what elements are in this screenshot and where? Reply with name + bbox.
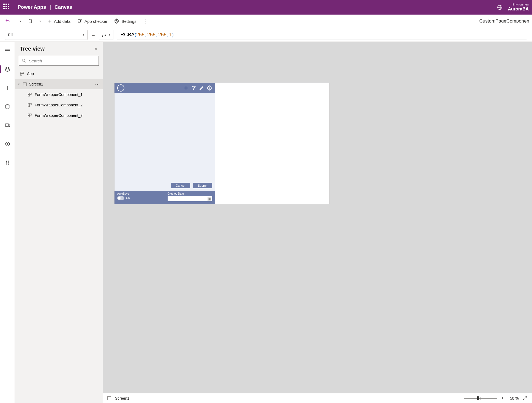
svg-rect-22	[20, 72, 22, 73]
zoom-in-button[interactable]: +	[501, 395, 504, 401]
undo-button[interactable]	[3, 17, 13, 26]
toggle-switch-icon	[117, 196, 124, 200]
app-file-name: CustomPageComponen	[479, 18, 529, 24]
tree-node-screen1[interactable]: ▾ Screen1 ⋯	[15, 79, 103, 89]
svg-rect-24	[20, 74, 22, 75]
environment-name: AuroraBA	[508, 6, 529, 12]
calendar-icon: ▦	[208, 197, 211, 201]
svg-rect-33	[28, 116, 29, 117]
equals-icon: =	[91, 31, 95, 38]
waffle-icon[interactable]	[3, 4, 11, 11]
left-rail	[0, 42, 15, 403]
svg-rect-31	[28, 114, 29, 115]
status-screen-name: Screen1	[115, 396, 129, 401]
form-component[interactable]: ←	[114, 83, 215, 204]
tree-search-box[interactable]	[19, 56, 99, 66]
add-data-button[interactable]: Add data	[45, 17, 73, 25]
svg-line-21	[24, 61, 26, 62]
zoom-out-button[interactable]: −	[457, 395, 460, 401]
settings-label: Settings	[121, 19, 136, 24]
svg-rect-30	[28, 105, 29, 107]
component-icon	[28, 113, 32, 118]
gear-icon[interactable]	[207, 85, 212, 91]
tree-node-component-2[interactable]: FormWrapperComponent_2	[15, 100, 103, 110]
environment-info[interactable]: Environmen AuroraBA	[508, 2, 529, 12]
property-name: Fill	[8, 32, 13, 37]
svg-point-20	[22, 59, 25, 62]
expand-icon[interactable]: ▾	[17, 82, 21, 86]
app-checker-button[interactable]: App checker	[75, 17, 110, 26]
svg-point-8	[116, 21, 118, 22]
add-data-label: Add data	[54, 19, 70, 24]
main-area: Tree view ✕ App ▾ Screen1 ⋯	[0, 42, 532, 403]
formula-input[interactable]: RGBA(255, 255, 255, 1)	[117, 30, 527, 40]
fullscreen-button[interactable]	[523, 396, 528, 401]
autosave-state-label: On	[126, 197, 130, 200]
svg-rect-27	[28, 95, 29, 96]
title-separator: |	[50, 4, 51, 10]
canvas-viewport[interactable]: ←	[103, 42, 532, 393]
rail-powerautomate[interactable]	[0, 139, 15, 150]
svg-rect-29	[30, 103, 31, 105]
fx-dropdown[interactable]: ƒx▾	[99, 30, 113, 40]
tree-child-label: FormWrapperComponent_2	[35, 103, 83, 107]
svg-point-14	[6, 105, 9, 106]
paste-dropdown[interactable]: ▾	[37, 18, 43, 25]
rail-insert[interactable]	[0, 82, 15, 93]
svg-rect-15	[5, 124, 9, 126]
tree-node-component-1[interactable]: FormWrapperComponent_1	[15, 89, 103, 100]
screen-icon	[23, 82, 27, 86]
autosave-label: AutoSave	[117, 192, 162, 195]
cancel-button[interactable]: Cancel	[171, 183, 190, 188]
svg-rect-23	[22, 72, 24, 73]
tree-search-input[interactable]	[29, 59, 96, 63]
tree-child-label: FormWrapperComponent_3	[35, 113, 83, 118]
rail-media[interactable]	[0, 120, 15, 131]
environment-icon[interactable]	[497, 4, 503, 10]
submit-button[interactable]: Submit	[193, 183, 212, 188]
app-title: Power Apps | Canvas	[18, 4, 72, 10]
command-bar: ▾ ▾ Add data App checker Settings ⋮ Cust…	[0, 15, 532, 28]
formula-function: RGBA	[121, 32, 135, 38]
property-selector[interactable]: Fill ▾	[5, 30, 88, 40]
app-icon	[20, 71, 25, 76]
svg-point-17	[6, 161, 7, 162]
formula-bar: Fill ▾ = ƒx▾ RGBA(255, 255, 255, 1)	[0, 28, 532, 42]
tree-node-app[interactable]: App	[15, 68, 103, 79]
close-panel-button[interactable]: ✕	[94, 46, 98, 51]
add-icon[interactable]	[184, 85, 189, 90]
canvas-screen[interactable]: ←	[114, 83, 329, 204]
svg-rect-26	[30, 93, 31, 94]
component-icon	[28, 92, 32, 97]
back-icon[interactable]: ←	[117, 84, 124, 92]
tree-view-title: Tree view	[20, 46, 45, 52]
form-body[interactable]: Cancel Submit	[114, 93, 215, 191]
created-date-input[interactable]: ▦	[168, 196, 212, 201]
svg-rect-28	[28, 103, 29, 105]
app-header: Power Apps | Canvas Environmen AuroraBA	[0, 0, 532, 15]
screen-icon	[107, 396, 111, 400]
app-checker-label: App checker	[84, 19, 107, 24]
filter-icon[interactable]	[191, 85, 196, 90]
rail-advanced[interactable]	[0, 157, 15, 168]
autosave-toggle[interactable]: On	[117, 196, 162, 200]
undo-dropdown[interactable]: ▾	[17, 18, 23, 25]
form-footer: AutoSave On Created Date ▦	[114, 191, 215, 204]
edit-icon[interactable]	[199, 85, 204, 90]
more-commands-button[interactable]: ⋮	[141, 16, 151, 26]
tree-node-more-button[interactable]: ⋯	[95, 81, 100, 87]
settings-button[interactable]: Settings	[112, 17, 138, 26]
paste-button[interactable]	[26, 17, 35, 25]
tree-node-component-3[interactable]: FormWrapperComponent_3	[15, 110, 103, 121]
zoom-value: 50 %	[508, 396, 519, 401]
environment-label: Environmen	[508, 2, 529, 6]
tree-list: App ▾ Screen1 ⋯ FormWrapperComponent_1 F…	[15, 68, 103, 403]
rail-treeview[interactable]	[0, 64, 15, 75]
zoom-slider[interactable]	[464, 396, 497, 401]
tree-view-panel: Tree view ✕ App ▾ Screen1 ⋯	[15, 42, 103, 403]
svg-point-19	[8, 163, 9, 164]
tree-screen-label: Screen1	[29, 82, 43, 86]
form-header: ←	[114, 83, 215, 93]
hamburger-button[interactable]	[0, 45, 15, 56]
rail-data[interactable]	[0, 101, 15, 112]
